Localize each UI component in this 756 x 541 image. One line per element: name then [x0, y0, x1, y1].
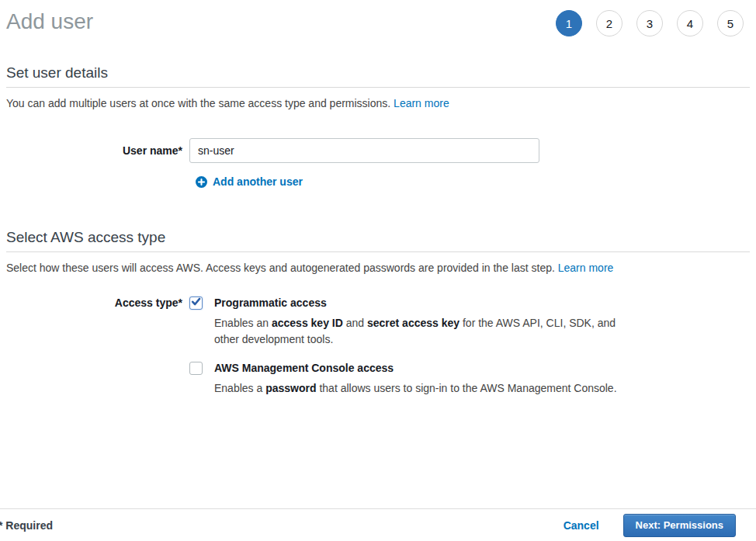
wizard-step-4: 4	[677, 10, 703, 36]
learn-more-link-user-details[interactable]: Learn more	[394, 97, 449, 109]
access-type-description: Select how these users will access AWS. …	[6, 262, 750, 275]
page-header: Add user 1 2 3 4 5	[0, 0, 756, 43]
cancel-button[interactable]: Cancel	[564, 519, 599, 532]
section-set-user-details: Set user details	[6, 64, 750, 88]
wizard-step-5: 5	[717, 10, 744, 36]
set-user-details-description: You can add multiple users at once with …	[6, 97, 750, 110]
plus-circle-icon	[196, 176, 207, 188]
access-type-heading: Select AWS access type	[6, 229, 750, 246]
wizard-step-1: 1	[556, 10, 582, 36]
user-name-row: User name*	[0, 138, 756, 163]
checkmark-icon	[191, 297, 201, 309]
option-console-access: AWS Management Console access Enables a …	[189, 362, 621, 397]
option-text-block: Programmatic access Enables an access ke…	[214, 297, 621, 348]
next-permissions-button[interactable]: Next: Permissions	[623, 514, 736, 537]
programmatic-access-title: Programmatic access	[214, 297, 621, 310]
learn-more-link-access-type[interactable]: Learn more	[558, 262, 614, 274]
programmatic-access-description: Enables an access key ID and secret acce…	[214, 315, 621, 348]
access-type-label: Access type*	[6, 297, 189, 310]
wizard-step-3: 3	[636, 10, 663, 36]
set-user-details-heading: Set user details	[6, 64, 750, 81]
console-access-checkbox[interactable]	[189, 362, 203, 375]
wizard-step-2: 2	[596, 10, 622, 36]
wizard-step-indicator: 1 2 3 4 5	[556, 10, 744, 36]
add-another-user-label: Add another user	[213, 175, 303, 188]
access-type-description-text: Select how these users will access AWS. …	[6, 262, 558, 274]
console-access-title: AWS Management Console access	[214, 362, 617, 375]
section-access-type: Select AWS access type	[6, 229, 750, 252]
set-user-details-description-text: You can add multiple users at once with …	[6, 97, 394, 109]
user-name-label: User name*	[6, 144, 189, 158]
add-another-user-button[interactable]: Add another user	[196, 175, 303, 188]
option-text-block: AWS Management Console access Enables a …	[214, 362, 617, 397]
wizard-footer: * Required Cancel Next: Permissions	[0, 508, 756, 541]
programmatic-access-checkbox[interactable]	[189, 297, 203, 310]
option-programmatic-access: Programmatic access Enables an access ke…	[189, 297, 621, 348]
access-type-row: Access type* Programmatic access Enables…	[0, 297, 756, 397]
page-title: Add user	[6, 9, 93, 34]
console-access-description: Enables a password that allows users to …	[214, 380, 617, 397]
required-note: * Required	[0, 519, 53, 532]
user-name-input[interactable]	[189, 138, 539, 163]
access-type-options: Programmatic access Enables an access ke…	[189, 297, 621, 397]
